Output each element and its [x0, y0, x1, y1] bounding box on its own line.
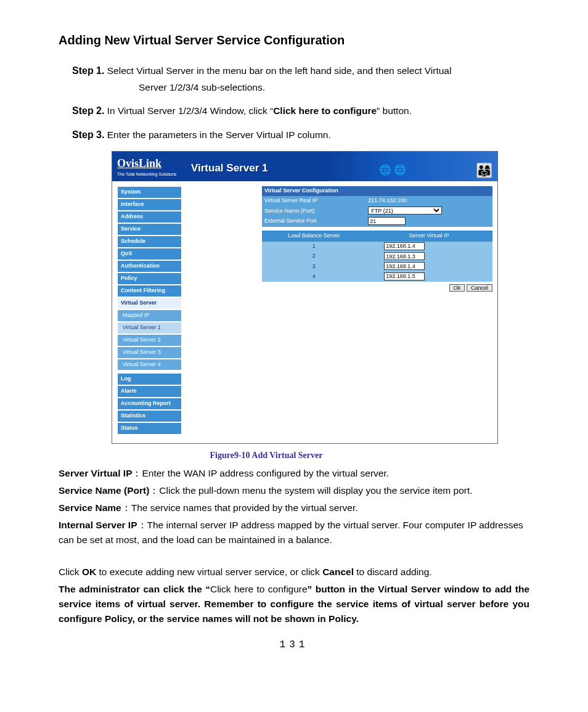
banner-title: Virtual Server 1 — [191, 160, 267, 176]
lb-row-num: 1 — [262, 242, 365, 252]
nav-log[interactable]: Log — [117, 373, 182, 385]
nav-qos[interactable]: QoS — [117, 248, 182, 260]
ext-port-input[interactable] — [368, 217, 406, 225]
closing-note: The administrator can click the “Click h… — [59, 582, 529, 626]
nav-statistics[interactable]: Statistics — [117, 410, 182, 422]
globe-icon: 🌐 🌐 — [379, 163, 406, 178]
app-screenshot: OvisLink The Total Networking Solutions … — [112, 151, 498, 444]
nav-virtual-server-4[interactable]: Virtual Server 4 — [117, 359, 182, 371]
app-banner: OvisLink The Total Networking Solutions … — [112, 152, 497, 181]
brand-tagline: The Total Networking Solutions — [117, 171, 491, 178]
nav-authentication[interactable]: Authentication — [117, 260, 182, 272]
nav-address[interactable]: Address — [117, 211, 182, 223]
step-1: Step 1. Select Virtual Server in the men… — [72, 63, 529, 95]
step-label: Step 3. — [72, 129, 104, 140]
page-number: 131 — [59, 637, 529, 653]
step-text: Select Virtual Server in the menu bar on… — [107, 65, 452, 76]
lb-row-num: 2 — [262, 252, 365, 261]
vip-input-1[interactable] — [384, 242, 425, 250]
step-label: Step 2. — [72, 105, 104, 116]
service-name-select[interactable]: FTP (21) — [368, 207, 442, 215]
step-text: Enter the parameters in the Server Virtu… — [107, 129, 331, 140]
sidebar: System Interface Address Service Schedul… — [117, 186, 182, 437]
ok-button[interactable]: Ok — [449, 284, 465, 292]
cancel-button[interactable]: Cancel — [467, 284, 492, 292]
def-service-name: Service Name：The service names that prov… — [59, 501, 529, 515]
nav-policy[interactable]: Policy — [117, 272, 182, 285]
nav-content-filtering[interactable]: Content Filtering — [117, 285, 182, 297]
ext-port-label: External Service Port — [262, 216, 365, 226]
nav-service[interactable]: Service — [117, 223, 182, 235]
nav-status[interactable]: Status — [117, 422, 182, 435]
config-header: Virtual Server Configuration — [262, 186, 492, 196]
brand-logo: OvisLink — [117, 157, 161, 170]
real-ip-value: 211.74.152.100 — [365, 196, 492, 206]
people-image: 👨‍👩‍👧 — [476, 160, 492, 181]
nav-system[interactable]: System — [117, 186, 182, 198]
figure-caption: Figure9-10 Add Virtual Server — [3, 449, 529, 462]
nav-interface[interactable]: Interface — [117, 198, 182, 211]
nav-virtual-server-3[interactable]: Virtual Server 3 — [117, 346, 182, 359]
step-text-bold: Click here to configure — [273, 105, 377, 116]
lb-row-num: 3 — [262, 261, 365, 271]
load-balance-table: Load Balance Server Server Virtual IP 1 … — [262, 231, 492, 282]
vip-header: Server Virtual IP — [365, 231, 492, 242]
nav-accounting-report[interactable]: Accounting Report — [117, 398, 182, 410]
main-panel: Virtual Server Configuration Virtual Ser… — [262, 186, 492, 292]
real-ip-label: Virtual Server Real IP — [262, 196, 365, 206]
service-name-label: Service Name (Port) — [262, 206, 365, 216]
step-label: Step 1. — [72, 65, 104, 76]
vip-input-2[interactable] — [384, 252, 425, 260]
step-text-cont: Server 1/2/3/4 sub-selections. — [139, 80, 529, 95]
step-text-pre: In Virtual Server 1/2/3/4 Window, click … — [107, 105, 273, 116]
step-3: Step 3. Enter the parameters in the Serv… — [72, 128, 529, 143]
page-title: Adding New Virtual Server Service Config… — [59, 31, 529, 50]
lb-row-num: 4 — [262, 272, 365, 282]
vip-input-3[interactable] — [384, 262, 425, 270]
def-internal-server-ip: Internal Server IP：The internal server I… — [59, 518, 529, 547]
nav-virtual-server[interactable]: Virtual Server — [117, 297, 182, 309]
nav-virtual-server-1[interactable]: Virtual Server 1 — [117, 322, 182, 334]
closing-sentence: Click OK to execute adding new virtual s… — [59, 565, 529, 579]
step-text-post: ” button. — [377, 105, 412, 116]
lb-header: Load Balance Server — [262, 231, 365, 242]
nav-virtual-server-2[interactable]: Virtual Server 2 — [117, 334, 182, 346]
nav-schedule[interactable]: Schedule — [117, 235, 182, 248]
config-table: Virtual Server Configuration Virtual Ser… — [262, 186, 492, 226]
step-2: Step 2. In Virtual Server 1/2/3/4 Window… — [72, 104, 529, 119]
nav-mapped-ip[interactable]: Mapped IP — [117, 309, 182, 322]
def-service-name-port: Service Name (Port)：Click the pull-down … — [59, 483, 529, 498]
def-server-virtual-ip: Server Virtual IP：Enter the WAN IP addre… — [59, 466, 529, 481]
vip-input-4[interactable] — [384, 272, 425, 280]
nav-alarm[interactable]: Alarm — [117, 385, 182, 398]
